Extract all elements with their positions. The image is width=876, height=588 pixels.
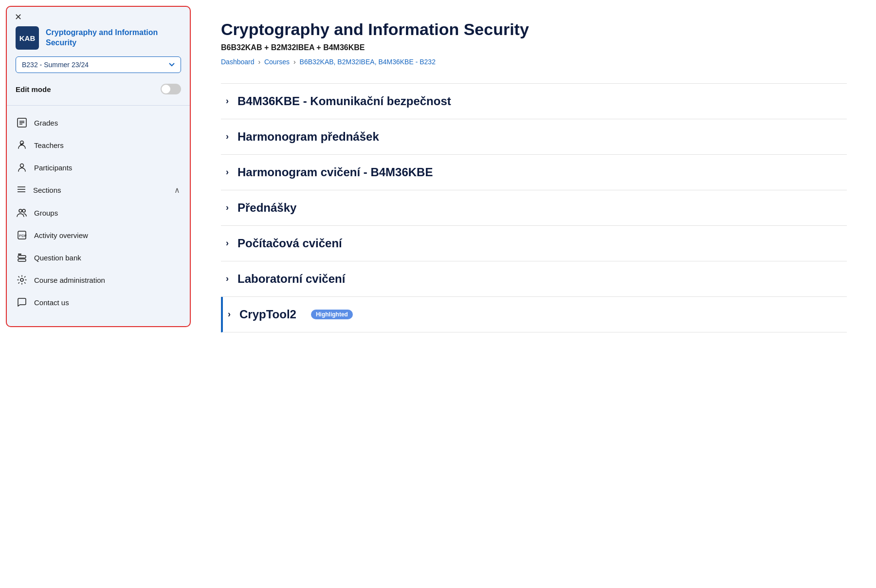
course-admin-label: Course administration	[34, 276, 105, 284]
sidebar-item-participants[interactable]: Participants	[7, 156, 190, 179]
activity-icon: PDF	[17, 230, 27, 240]
question-bank-label: Question bank	[34, 254, 81, 262]
svg-point-10	[22, 209, 25, 212]
svg-point-16	[20, 278, 23, 281]
edit-mode-toggle[interactable]	[161, 84, 181, 94]
section-row-1[interactable]: › B4M36KBE - Komunikační bezpečnost	[221, 84, 847, 119]
sidebar-logo: KAB	[16, 26, 39, 50]
groups-label: Groups	[34, 209, 58, 217]
section-name-6: Laboratorní cvičení	[237, 272, 345, 286]
breadcrumb-dashboard[interactable]: Dashboard	[221, 58, 255, 66]
section-chevron-1: ›	[226, 96, 229, 106]
section-name-3: Harmonogram cvičení - B4M36KBE	[237, 165, 433, 179]
section-row-6[interactable]: › Laboratorní cvičení	[221, 261, 847, 296]
grades-label: Grades	[34, 119, 58, 127]
highlighted-badge: Highlighted	[311, 310, 353, 319]
svg-rect-13	[18, 256, 26, 258]
sidebar-header: KAB Cryptography and Information Securit…	[7, 16, 190, 56]
sidebar-item-question-bank[interactable]: Question bank	[7, 246, 190, 269]
breadcrumb-courses[interactable]: Courses	[264, 58, 290, 66]
section-item-4: › Přednášky	[221, 190, 847, 226]
semester-select-wrap: B232 - Summer 23/24B231 - Winter 23/24	[7, 56, 190, 81]
section-item-3: › Harmonogram cvičení - B4M36KBE	[221, 155, 847, 190]
teachers-icon	[17, 140, 27, 150]
section-chevron-4: ›	[226, 202, 229, 213]
questionbank-icon	[17, 252, 27, 263]
section-row-5[interactable]: › Počítačová cvičení	[221, 226, 847, 261]
participants-icon	[17, 162, 27, 173]
semester-select[interactable]: B232 - Summer 23/24B231 - Winter 23/24	[16, 56, 181, 73]
section-chevron-7: ›	[228, 309, 231, 319]
course-codes: B6B32KAB + B2M32IBEA + B4M36KBE	[221, 43, 847, 52]
section-row-7[interactable]: › CrypTool2 Highlighted	[223, 297, 847, 332]
section-chevron-2: ›	[226, 131, 229, 142]
sidebar-item-grades[interactable]: Grades	[7, 111, 190, 134]
contact-icon	[17, 297, 27, 308]
page-title: Cryptography and Information Security	[221, 19, 847, 39]
sections-chevron-icon: ∧	[174, 185, 180, 195]
section-chevron-3: ›	[226, 167, 229, 177]
section-name-7: CrypTool2	[239, 308, 296, 321]
grades-icon	[17, 117, 27, 128]
section-item-7: › CrypTool2 Highlighted	[221, 297, 847, 332]
activity-overview-label: Activity overview	[34, 231, 88, 239]
section-name-4: Přednášky	[237, 201, 296, 215]
svg-point-5	[20, 164, 24, 167]
sections-icon	[17, 184, 26, 196]
breadcrumb: Dashboard › Courses › B6B32KAB, B2M32IBE…	[221, 58, 847, 66]
section-item-6: › Laboratorní cvičení	[221, 261, 847, 297]
section-item-2: › Harmonogram přednášek	[221, 119, 847, 155]
sidebar-item-activity-overview[interactable]: PDF Activity overview	[7, 224, 190, 246]
sidebar-title: Cryptography and Information Security	[46, 28, 181, 48]
section-row-2[interactable]: › Harmonogram přednášek	[221, 119, 847, 154]
breadcrumb-current[interactable]: B6B32KAB, B2M32IBEA, B4M36KBE - B232	[300, 58, 436, 66]
main-content: Cryptography and Information Security B6…	[197, 0, 876, 588]
section-row-3[interactable]: › Harmonogram cvičení - B4M36KBE	[221, 155, 847, 190]
section-chevron-6: ›	[226, 274, 229, 284]
sidebar-item-sections[interactable]: Sections ∧	[7, 179, 190, 202]
sidebar-divider	[7, 105, 190, 106]
close-button[interactable]: ✕	[15, 12, 22, 22]
edit-mode-row: Edit mode	[7, 81, 190, 103]
section-name-1: B4M36KBE - Komunikační bezpečnost	[237, 94, 451, 108]
sidebar-item-groups[interactable]: Groups	[7, 202, 190, 224]
sidebar-nav: Grades Teachers Participants	[7, 108, 190, 317]
svg-rect-14	[18, 259, 26, 261]
sections-label: Sections	[33, 186, 167, 194]
sections-list: › B4M36KBE - Komunikační bezpečnost › Ha…	[221, 83, 847, 332]
section-item-5: › Počítačová cvičení	[221, 226, 847, 261]
section-chevron-5: ›	[226, 238, 229, 248]
section-name-2: Harmonogram přednášek	[237, 130, 379, 144]
section-row-4[interactable]: › Přednášky	[221, 190, 847, 225]
groups-icon	[17, 207, 27, 218]
participants-label: Participants	[34, 164, 72, 172]
section-item-1: › B4M36KBE - Komunikační bezpečnost	[221, 84, 847, 119]
edit-mode-label: Edit mode	[16, 85, 51, 93]
contact-us-label: Contact us	[34, 298, 69, 307]
sidebar-item-contact-us[interactable]: Contact us	[7, 291, 190, 313]
svg-text:PDF: PDF	[19, 234, 27, 238]
teachers-label: Teachers	[34, 141, 64, 149]
admin-icon	[17, 275, 27, 285]
sidebar-item-course-admin[interactable]: Course administration	[7, 269, 190, 291]
sidebar-item-teachers[interactable]: Teachers	[7, 134, 190, 156]
svg-rect-15	[18, 254, 21, 255]
svg-point-9	[19, 209, 22, 212]
sidebar: ✕ KAB Cryptography and Information Secur…	[6, 6, 191, 327]
section-name-5: Počítačová cvičení	[237, 237, 342, 250]
